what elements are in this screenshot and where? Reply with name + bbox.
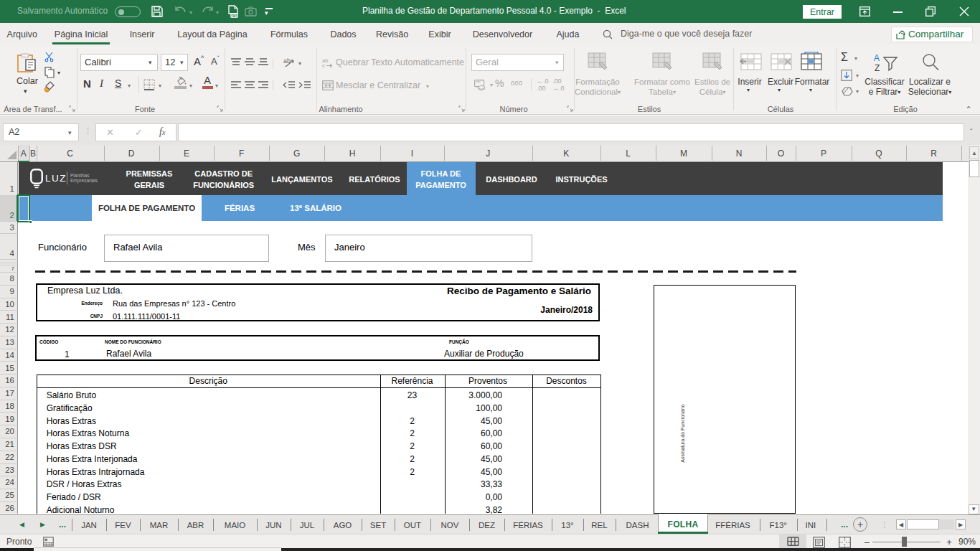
svg-text:c: c [322, 62, 325, 68]
svg-text:Z: Z [875, 63, 880, 72]
svg-text:A: A [874, 53, 880, 63]
